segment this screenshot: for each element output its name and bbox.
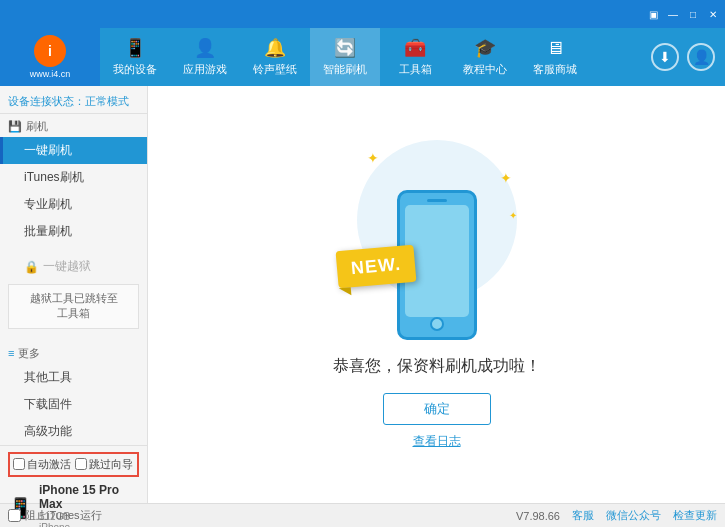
customer-service-link[interactable]: 客服 xyxy=(572,508,594,523)
minimize-icon[interactable]: ▣ xyxy=(645,6,661,22)
wechat-public-link[interactable]: 微信公众号 xyxy=(606,508,661,523)
header: i www.i4.cn 📱 我的设备 👤 应用游戏 🔔 铃声壁纸 🔄 智能刷机 … xyxy=(0,28,725,86)
nav-toolbox-label: 工具箱 xyxy=(399,62,432,77)
app-games-icon: 👤 xyxy=(194,37,216,59)
nav-app-games[interactable]: 👤 应用游戏 xyxy=(170,28,240,86)
service-icon: 🖥 xyxy=(546,38,564,59)
top-bar: ▣ — □ ✕ xyxy=(0,0,725,28)
nav-service[interactable]: 🖥 客服商城 xyxy=(520,28,590,86)
smart-flash-icon: 🔄 xyxy=(334,37,356,59)
auto-guide-option[interactable]: 跳过向导 xyxy=(75,457,133,472)
logo-icon: i xyxy=(34,35,66,67)
sidebar-pro-flash[interactable]: 专业刷机 xyxy=(0,191,147,218)
version-label: V7.98.66 xyxy=(516,510,560,522)
header-right: ⬇ 👤 xyxy=(651,43,725,71)
more-section-icon: ≡ xyxy=(8,347,14,359)
sidebar-batch-flash[interactable]: 批量刷机 xyxy=(0,218,147,245)
nav-ringtone-label: 铃声壁纸 xyxy=(253,62,297,77)
logo-subtitle: www.i4.cn xyxy=(30,69,71,79)
flash-section-title: 💾 刷机 xyxy=(0,114,147,137)
nav-tutorials-label: 教程中心 xyxy=(463,62,507,77)
flash-section-label: 刷机 xyxy=(26,119,48,134)
nav-service-label: 客服商城 xyxy=(533,62,577,77)
auto-activate-label: 自动激活 xyxy=(27,457,71,472)
maximize-icon[interactable]: □ xyxy=(685,6,701,22)
confirm-button[interactable]: 确定 xyxy=(383,393,491,425)
toolbox-icon: 🧰 xyxy=(404,37,426,59)
star-icon-3: ✦ xyxy=(509,210,517,221)
bottom-right: V7.98.66 客服 微信公众号 检查更新 xyxy=(516,508,717,523)
download-btn[interactable]: ⬇ xyxy=(651,43,679,71)
nav-toolbox[interactable]: 🧰 工具箱 xyxy=(380,28,450,86)
sidebar-download-firmware[interactable]: 下载固件 xyxy=(0,391,147,418)
close-icon[interactable]: ✕ xyxy=(705,6,721,22)
stop-itunes-label: 阻止iTunes运行 xyxy=(25,508,102,523)
auto-guide-label: 跳过向导 xyxy=(89,457,133,472)
nav-my-device-label: 我的设备 xyxy=(113,62,157,77)
status-label: 设备连接状态： xyxy=(8,95,85,107)
sidebar-one-key-jailbreak: 🔒 一键越狱 xyxy=(0,253,147,280)
auto-options-box: 自动激活 跳过向导 xyxy=(8,452,139,477)
user-btn[interactable]: 👤 xyxy=(687,43,715,71)
flash-section-icon: 💾 xyxy=(8,120,22,133)
toolbox-notice: 越狱工具已跳转至工具箱 xyxy=(8,284,139,329)
nav-smart-flash-label: 智能刷机 xyxy=(323,62,367,77)
sidebar-one-key-flash[interactable]: 一键刷机 xyxy=(0,137,147,164)
sidebar: 设备连接状态：正常模式 💾 刷机 一键刷机 iTunes刷机 专业刷机 批量刷机… xyxy=(0,86,148,503)
sidebar-advanced[interactable]: 高级功能 xyxy=(0,418,147,445)
auto-activate-checkbox[interactable] xyxy=(13,458,25,470)
more-section-label: 更多 xyxy=(18,346,40,361)
success-graphic: NEW. ✦ ✦ ✦ xyxy=(347,140,527,340)
status-value: 正常模式 xyxy=(85,95,129,107)
nav-app-games-label: 应用游戏 xyxy=(183,62,227,77)
star-icon-1: ✦ xyxy=(367,150,379,166)
status-bar: 设备连接状态：正常模式 xyxy=(0,90,147,114)
new-badge: NEW. xyxy=(335,244,416,288)
lock-icon: 🔒 xyxy=(24,260,39,274)
logo-area: i www.i4.cn xyxy=(0,28,100,86)
phone-speaker xyxy=(427,199,447,202)
auto-activate-option[interactable]: 自动激活 xyxy=(13,457,71,472)
nav-tutorials[interactable]: 🎓 教程中心 xyxy=(450,28,520,86)
window-controls[interactable]: ▣ — □ ✕ xyxy=(645,6,721,22)
content-area: NEW. ✦ ✦ ✦ 恭喜您，保资料刷机成功啦！ 确定 查看日志 xyxy=(148,86,725,503)
sidebar-itunes-flash[interactable]: iTunes刷机 xyxy=(0,164,147,191)
my-device-icon: 📱 xyxy=(124,37,146,59)
restore-icon[interactable]: — xyxy=(665,6,681,22)
main-layout: 设备连接状态：正常模式 💾 刷机 一键刷机 iTunes刷机 专业刷机 批量刷机… xyxy=(0,86,725,503)
auto-guide-checkbox[interactable] xyxy=(75,458,87,470)
device-name: iPhone 15 Pro Max xyxy=(39,483,139,511)
phone-home-button xyxy=(430,317,444,331)
check-update-link[interactable]: 检查更新 xyxy=(673,508,717,523)
nav-items: 📱 我的设备 👤 应用游戏 🔔 铃声壁纸 🔄 智能刷机 🧰 工具箱 🎓 教程中心… xyxy=(100,28,651,86)
view-log-link[interactable]: 查看日志 xyxy=(413,433,461,450)
more-section-title: ≡ 更多 xyxy=(0,341,147,364)
sidebar-other-tools[interactable]: 其他工具 xyxy=(0,364,147,391)
stop-itunes-checkbox[interactable] xyxy=(8,509,21,522)
nav-my-device[interactable]: 📱 我的设备 xyxy=(100,28,170,86)
success-title: 恭喜您，保资料刷机成功啦！ xyxy=(333,356,541,377)
star-icon-2: ✦ xyxy=(500,170,512,186)
nav-ringtone[interactable]: 🔔 铃声壁纸 xyxy=(240,28,310,86)
ringtone-icon: 🔔 xyxy=(264,37,286,59)
bottom-left: 阻止iTunes运行 xyxy=(8,508,102,523)
tutorials-icon: 🎓 xyxy=(474,37,496,59)
nav-smart-flash[interactable]: 🔄 智能刷机 xyxy=(310,28,380,86)
